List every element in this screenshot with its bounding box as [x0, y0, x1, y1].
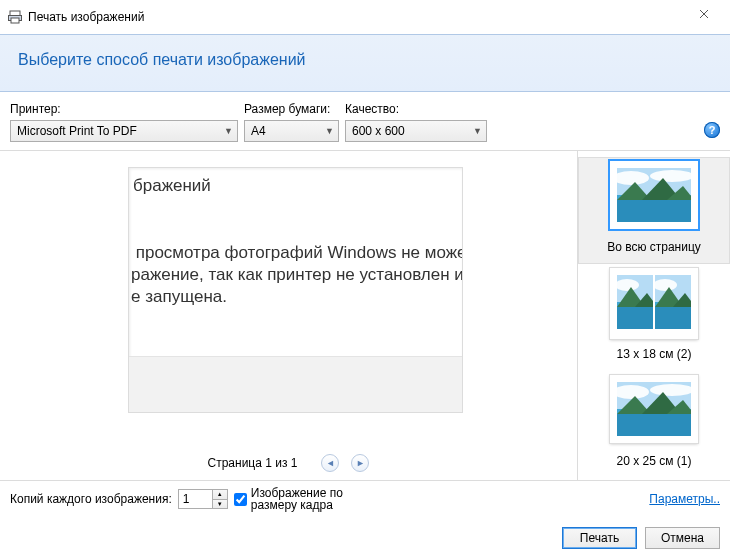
preview-page: бражений просмотра фотографий Windows не…: [128, 167, 463, 413]
landscape-icon: [617, 168, 691, 222]
close-button[interactable]: [684, 4, 724, 24]
copies-row: Копий каждого изображения: ▲ ▼ Изображен…: [0, 481, 730, 517]
preview-pane: бражений просмотра фотографий Windows не…: [0, 151, 577, 480]
layout-thumb: [610, 161, 698, 229]
preview-body-text: просмотра фотографий Windows не может ра…: [131, 242, 463, 308]
spinner-up[interactable]: ▲: [213, 490, 227, 500]
svg-rect-17: [617, 412, 691, 436]
title-bar: Печать изображений: [0, 0, 730, 34]
layout-list[interactable]: Во всю страницу 13 x 18 см (2): [577, 151, 730, 480]
print-button[interactable]: Печать: [562, 527, 637, 549]
layout-thumb: [610, 375, 698, 443]
preview-title-text: бражений: [133, 176, 211, 196]
fit-label: Изображение по размеру кадра: [251, 487, 343, 511]
parameters-link[interactable]: Параметры..: [649, 492, 720, 506]
copies-label: Копий каждого изображения:: [10, 492, 172, 506]
cancel-button[interactable]: Отмена: [645, 527, 720, 549]
header-band: Выберите способ печати изображений: [0, 34, 730, 92]
page-heading: Выберите способ печати изображений: [18, 51, 712, 69]
quality-value: 600 x 600: [352, 124, 405, 138]
chevron-down-icon: ▼: [224, 126, 233, 136]
window-title: Печать изображений: [28, 10, 144, 24]
printer-combo[interactable]: Microsoft Print To PDF ▼: [10, 120, 238, 142]
layout-item-20x25[interactable]: 20 x 25 см (1): [578, 371, 730, 478]
print-options-row: Принтер: Microsoft Print To PDF ▼ Размер…: [0, 92, 730, 150]
copies-spinner[interactable]: ▲ ▼: [178, 489, 228, 509]
quality-label: Качество:: [345, 102, 487, 116]
main-area: бражений просмотра фотографий Windows не…: [0, 150, 730, 481]
next-page-button[interactable]: ►: [351, 454, 369, 472]
copies-input[interactable]: [179, 490, 212, 508]
layout-caption: Во всю страницу: [578, 240, 730, 254]
paper-label: Размер бумаги:: [244, 102, 339, 116]
svg-rect-4: [617, 198, 691, 222]
landscape-icon: [617, 275, 653, 329]
layout-item-13x18[interactable]: 13 x 18 см (2): [578, 264, 730, 371]
svg-rect-9: [617, 305, 653, 329]
spinner-down[interactable]: ▼: [213, 500, 227, 509]
pager: Страница 1 из 1 ◄ ►: [0, 454, 577, 472]
svg-rect-2: [11, 18, 19, 23]
preview-footer-band: [129, 356, 462, 412]
fit-checkbox[interactable]: [234, 493, 247, 506]
layout-caption: 13 x 18 см (2): [578, 347, 730, 361]
printer-label: Принтер:: [10, 102, 238, 116]
printer-value: Microsoft Print To PDF: [17, 124, 137, 138]
landscape-icon: [617, 382, 691, 436]
quality-combo[interactable]: 600 x 600 ▼: [345, 120, 487, 142]
page-indicator: Страница 1 из 1: [208, 456, 298, 470]
layout-caption: 20 x 25 см (1): [578, 454, 730, 468]
chevron-down-icon: ▼: [325, 126, 334, 136]
svg-rect-13: [655, 305, 691, 329]
landscape-icon: [655, 275, 691, 329]
paper-combo[interactable]: A4 ▼: [244, 120, 339, 142]
layout-item-full[interactable]: Во всю страницу: [578, 157, 730, 264]
dialog-buttons: Печать Отмена: [0, 517, 730, 549]
help-icon[interactable]: ?: [704, 122, 720, 138]
paper-value: A4: [251, 124, 266, 138]
layout-thumb: [610, 268, 698, 339]
chevron-down-icon: ▼: [473, 126, 482, 136]
prev-page-button[interactable]: ◄: [321, 454, 339, 472]
printer-icon: [8, 10, 22, 24]
